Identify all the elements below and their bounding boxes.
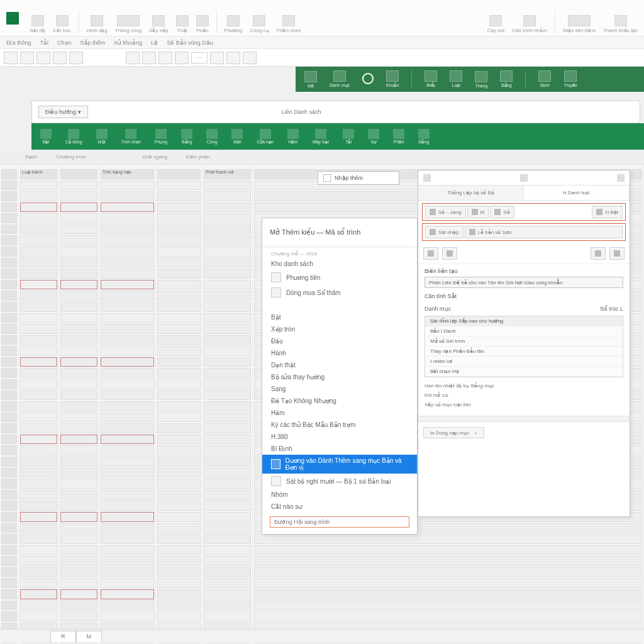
ribbon-group[interactable]: Thật (176, 15, 189, 33)
ribbon-item[interactable]: Tháng (475, 71, 487, 88)
list-item[interactable]: Hành (262, 347, 417, 359)
list-item[interactable]: Bí Định (262, 443, 417, 455)
doc-tab[interactable]: Điều hướng ▾ (38, 106, 88, 118)
filter-dropdown[interactable]: Nhập thêm (318, 171, 399, 185)
tool-button[interactable] (609, 247, 625, 260)
path-input[interactable] (270, 516, 409, 528)
ribbon-item[interactable]: Bảng (418, 129, 430, 145)
ribbon-group[interactable]: Phương (225, 15, 243, 33)
ribbon-item[interactable]: Tải (343, 129, 354, 145)
gear-icon[interactable] (520, 174, 528, 182)
tool-button[interactable]: Sát nhập (425, 226, 464, 238)
qat-item[interactable]: Xử khoảng (114, 40, 142, 46)
ribbon-group[interactable]: Phần chèn (277, 15, 301, 33)
tool-button[interactable]: Số – sang (425, 206, 466, 218)
list-item[interactable]: Xếp tròn (262, 323, 417, 335)
list-item[interactable]: Dạn thật (262, 359, 417, 371)
ribbon-group[interactable]: Thông công (115, 15, 142, 33)
mini-tab[interactable]: In Dòng nạp mục× (423, 427, 484, 438)
ribbon-item[interactable]: Sự (368, 129, 379, 145)
qat-item[interactable]: Số Bản vùng Dấu (167, 40, 213, 46)
tool-button[interactable] (591, 247, 606, 260)
qat-item[interactable]: Chọn (57, 40, 72, 46)
qat-item[interactable]: Lệ (151, 40, 158, 46)
column-header[interactable]: Loại thành (20, 169, 57, 179)
ribbon-item[interactable]: Bảng (181, 129, 192, 145)
ribbon-item[interactable]: Mã (304, 71, 317, 88)
ribbon-item[interactable]: Cả đông (65, 129, 82, 145)
ribbon-item[interactable]: Loại (450, 70, 462, 88)
ribbon-group[interactable]: Bật độ (30, 15, 45, 33)
ribbon-item[interactable]: Bảng (500, 70, 513, 88)
list-item[interactable]: Kỳ các thử Bộc Mẫu Bản trợm (262, 419, 417, 431)
ribbon-group[interactable]: Miện liên Đệm (563, 15, 596, 33)
ribbon-item[interactable]: Truyền (564, 70, 577, 88)
ribbon-group[interactable]: Sắp xếp (149, 15, 168, 33)
ribbon-item[interactable]: Danh mục (330, 70, 350, 88)
tool-button[interactable] (69, 52, 83, 64)
column-header[interactable]: Phát thanh nợ (204, 169, 251, 179)
tool-button[interactable] (226, 52, 240, 64)
qat-item[interactable]: Sắp thêm (80, 40, 106, 46)
tool-button[interactable]: Lễ bản số Sơn (465, 226, 623, 238)
ribbon-item[interactable]: Tính chọn (121, 129, 141, 145)
list-item[interactable]: Nhóm (262, 489, 417, 501)
list-item[interactable]: Bật (262, 311, 417, 323)
list-item[interactable]: H.380 (262, 431, 417, 443)
list-item-selected[interactable]: Dương vào Dành Thêm sang mục Bản và Đơn … (262, 455, 417, 474)
ribbon-item[interactable]: Phụng (155, 129, 167, 145)
tool-button[interactable] (243, 52, 257, 64)
list-item[interactable]: Hầm (262, 407, 417, 419)
sub-tab[interactable]: Đếm phân (186, 154, 209, 160)
ribbon-group[interactable]: Cất trúc (53, 15, 71, 33)
ribbon-item[interactable]: Hầm (287, 129, 299, 145)
tab[interactable]: Thống Lập bộ số Bộ (418, 186, 524, 200)
qat-item[interactable]: Địa thông (6, 40, 31, 46)
tool-button[interactable] (20, 52, 34, 64)
ribbon-item[interactable] (362, 73, 374, 86)
ribbon-item[interactable]: Công (206, 129, 218, 144)
tool-button[interactable]: M (467, 206, 489, 218)
close-icon[interactable] (617, 174, 625, 182)
list-item[interactable]: Bộ sửa thay hướng (262, 371, 417, 383)
menu-icon[interactable] (423, 174, 431, 182)
qat-item[interactable]: Tải (40, 40, 49, 46)
sub-tab[interactable]: Rạch (25, 154, 37, 160)
tool-button[interactable] (423, 247, 438, 260)
list-item[interactable]: Đề Tạo Không Nhượng (262, 395, 417, 407)
list-item[interactable]: Đầu (262, 335, 417, 347)
list-item[interactable]: Cắt nào sư (262, 501, 417, 513)
ribbon-group[interactable]: Công cụ (250, 15, 269, 33)
ribbon-item[interactable]: Cửa hạn (257, 129, 274, 145)
sub-tab[interactable]: Chương trính (56, 154, 86, 160)
ribbon-item[interactable]: Một (96, 129, 108, 145)
list-item[interactable]: Kho danh sách (262, 258, 417, 270)
list-item[interactable]: Mở số Sét trình (425, 336, 623, 347)
tool-button[interactable]: Số (490, 206, 514, 218)
list-item[interactable]: Bất chọn Hộ (425, 367, 623, 377)
tool-button[interactable] (210, 52, 224, 64)
tool-button[interactable] (442, 247, 457, 260)
ribbon-item[interactable]: Biểu (425, 70, 437, 88)
ribbon-item[interactable]: Khoản (386, 70, 399, 88)
list-item[interactable]: Thay nạn Phần Bảo tăn (425, 347, 623, 357)
tool-button[interactable] (175, 52, 189, 64)
tool-button[interactable] (126, 52, 140, 64)
ribbon-group[interactable]: Cây nút (487, 15, 505, 33)
tool-button[interactable] (158, 52, 172, 64)
tool-button[interactable]: H Bật (592, 206, 623, 218)
list-item[interactable]: Dòng mua Sổ thâm (262, 285, 417, 300)
ribbon-item[interactable]: Bật (40, 129, 52, 145)
combo-box[interactable]: Phân Liên Đề trả cho các Tên lên Ghi Nơi… (425, 277, 623, 288)
list-item[interactable]: I nhiên cơ (425, 357, 623, 367)
tool-button[interactable] (4, 52, 18, 64)
close-icon[interactable]: × (474, 430, 477, 436)
list-item[interactable]: Sát bộ nghi mười — Bộ 1 số Bản loại (262, 474, 417, 489)
tool-button[interactable] (142, 52, 156, 64)
tool-button[interactable] (53, 52, 67, 64)
sub-tab[interactable]: Giới ngang (143, 154, 167, 160)
tool-pill[interactable]: ⋯ (191, 52, 208, 64)
ribbon-group[interactable]: Căn trình nhỏm (512, 15, 547, 33)
ribbon-group[interactable]: Thành Điều lọc (603, 15, 638, 33)
list-item[interactable]: Phương tiên (262, 270, 417, 285)
